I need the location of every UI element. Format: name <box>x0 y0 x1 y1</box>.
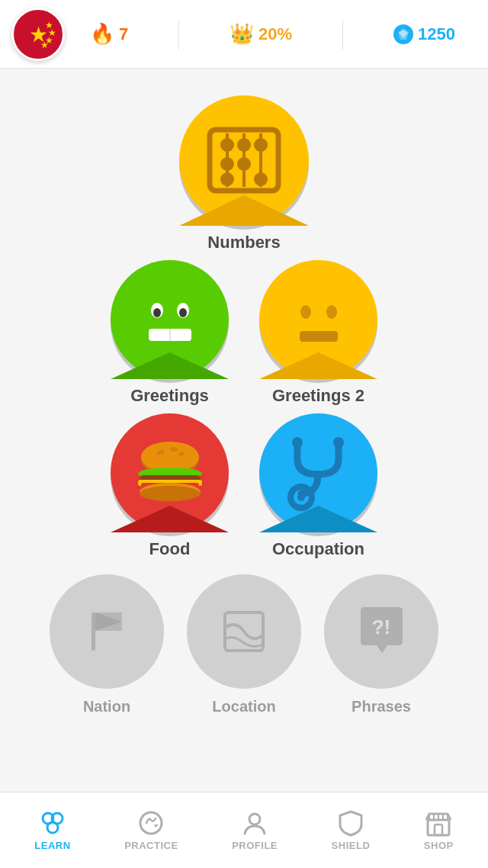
svg-point-15 <box>254 138 268 152</box>
shop-label: SHOP <box>424 840 454 851</box>
practice-label: PRACTICE <box>124 840 178 851</box>
bottom-nav: LEARN PRACTICE PROFILE SHIELD <box>0 792 488 868</box>
xp-value: 20% <box>258 24 292 44</box>
svg-point-51 <box>297 493 305 501</box>
svg-point-25 <box>179 308 187 317</box>
crown-icon: 👑 <box>230 22 254 46</box>
profile-icon <box>241 809 268 837</box>
nav-shop[interactable]: SHOP <box>412 803 466 857</box>
location-label: Location <box>212 698 275 715</box>
phrases-circle: ?! <box>324 574 438 689</box>
locked-nation[interactable]: Nation <box>50 574 164 715</box>
profile-label: PROFILE <box>232 840 278 851</box>
divider-1 <box>178 19 179 50</box>
gem-icon <box>393 24 413 44</box>
nation-icon <box>80 605 133 658</box>
nation-label: Nation <box>83 698 130 715</box>
location-circle <box>187 574 301 689</box>
svg-marker-35 <box>259 352 377 379</box>
ribbon-cut <box>179 195 309 226</box>
location-icon <box>217 605 271 658</box>
nav-profile[interactable]: PROFILE <box>220 803 290 857</box>
svg-point-16 <box>220 157 234 171</box>
ribbon-cut-occupation <box>259 506 377 532</box>
shop-icon <box>425 809 452 837</box>
svg-rect-64 <box>435 825 442 835</box>
learn-label: LEARN <box>34 840 70 851</box>
stethoscope-icon <box>278 432 358 513</box>
gems-value: 1250 <box>418 24 455 44</box>
svg-point-19 <box>220 172 234 186</box>
main-content: Numbers <box>0 69 488 723</box>
lesson-occupation[interactable]: Occupation <box>259 413 377 559</box>
divider-2 <box>342 19 343 50</box>
learn-icon <box>39 809 66 837</box>
smile-gold-icon <box>281 281 357 358</box>
lesson-row-2: Greetings Greetings 2 <box>8 260 480 406</box>
greetings2-label: Greetings 2 <box>272 386 364 406</box>
svg-marker-29 <box>111 352 229 379</box>
lesson-numbers[interactable]: Numbers <box>179 95 309 252</box>
svg-point-21 <box>133 283 207 356</box>
ribbon-cut-greetings <box>111 352 229 379</box>
svg-rect-63 <box>428 820 449 835</box>
abacus-icon <box>206 126 282 194</box>
svg-rect-34 <box>300 331 338 342</box>
xp-stat: 👑 20% <box>230 22 292 46</box>
phrases-icon: ?! <box>353 603 410 661</box>
svg-point-31 <box>300 305 311 319</box>
lesson-greetings[interactable]: Greetings <box>111 260 229 406</box>
svg-point-48 <box>292 437 303 448</box>
svg-point-18 <box>254 172 268 186</box>
nav-learn[interactable]: LEARN <box>22 803 82 857</box>
streak-stat: 🔥 7 <box>90 22 128 46</box>
svg-rect-53 <box>92 612 95 651</box>
svg-point-32 <box>326 305 337 319</box>
phrases-label: Phrases <box>352 698 411 715</box>
burger-icon <box>132 440 208 505</box>
ribbon-cut-food <box>111 506 229 532</box>
smile-green-icon <box>132 281 208 358</box>
svg-point-17 <box>237 157 251 171</box>
lesson-row-3: Food <box>8 413 480 559</box>
streak-value: 7 <box>119 24 128 44</box>
locked-phrases[interactable]: ?! Phrases <box>324 574 438 715</box>
occupation-label: Occupation <box>272 539 364 559</box>
svg-marker-52 <box>259 506 377 532</box>
nav-practice[interactable]: PRACTICE <box>112 803 190 857</box>
svg-point-46 <box>140 486 201 501</box>
practice-icon <box>137 809 165 837</box>
gems-stat: 1250 <box>393 24 455 44</box>
svg-point-60 <box>47 822 58 833</box>
fire-icon: 🔥 <box>90 22 114 46</box>
svg-point-14 <box>237 138 251 152</box>
svg-text:?!: ?! <box>371 616 390 638</box>
svg-point-49 <box>333 437 344 448</box>
nation-circle <box>50 574 164 689</box>
svg-point-61 <box>140 812 162 834</box>
lesson-food[interactable]: Food <box>111 413 229 559</box>
food-label: Food <box>149 539 191 559</box>
ribbon-cut-greetings2 <box>259 352 377 379</box>
svg-point-62 <box>249 814 260 825</box>
svg-marker-20 <box>179 195 309 226</box>
svg-point-30 <box>282 283 355 356</box>
lesson-row-1: Numbers <box>8 95 480 252</box>
locked-location[interactable]: Location <box>187 574 301 715</box>
svg-marker-47 <box>111 506 229 532</box>
svg-point-13 <box>220 138 234 152</box>
shield-icon <box>337 809 364 837</box>
svg-text:★: ★ <box>40 40 49 50</box>
svg-point-24 <box>153 308 161 317</box>
nav-shield[interactable]: SHIELD <box>319 803 383 857</box>
shield-label: SHIELD <box>332 840 371 851</box>
lesson-greetings2[interactable]: Greetings 2 <box>259 260 377 406</box>
greetings-label: Greetings <box>130 386 209 406</box>
header: ★ ★ ★ ★ ★ 🔥 7 👑 20% 1250 <box>0 0 488 69</box>
header-stats: 🔥 7 👑 20% 1250 <box>65 19 480 50</box>
svg-rect-55 <box>95 612 122 631</box>
locked-row: Nation Location ?! <box>8 574 480 715</box>
flag-icon[interactable]: ★ ★ ★ ★ ★ <box>11 8 65 61</box>
numbers-label: Numbers <box>207 233 280 252</box>
